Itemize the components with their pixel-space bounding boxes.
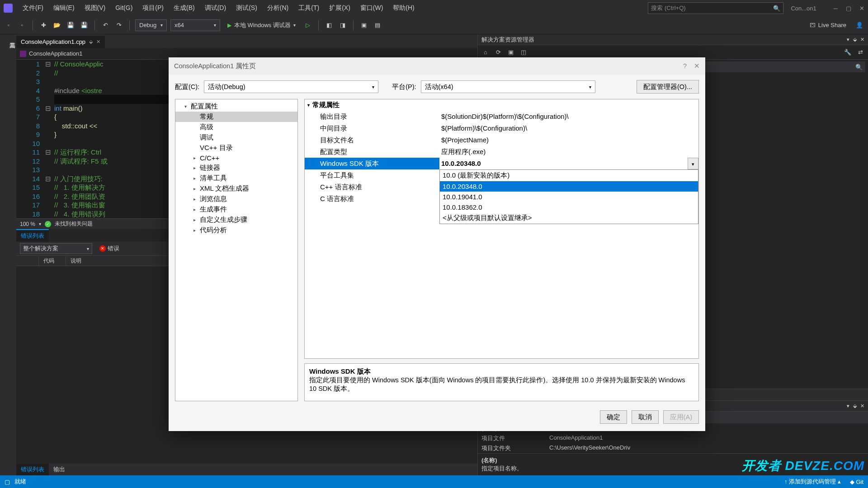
tree-node[interactable]: ▾配置属性 — [175, 101, 297, 112]
sln-wrench-icon[interactable]: 🔧 — [843, 47, 853, 57]
tb-icon-4[interactable]: ▤ — [373, 20, 382, 30]
tree-node[interactable]: VC++ 目录 — [175, 143, 297, 153]
menu-file[interactable]: 文件(F) — [18, 1, 48, 15]
zoom-level[interactable]: 100 % — [20, 221, 35, 227]
err-col-icon[interactable] — [16, 256, 39, 266]
bottom-tab-output[interactable]: 输出 — [49, 464, 70, 475]
menu-extensions[interactable]: 扩展(X) — [325, 1, 355, 15]
cancel-button[interactable]: 取消 — [632, 410, 659, 424]
property-row[interactable]: 目标文件名$(ProjectName) — [305, 134, 698, 146]
status-git[interactable]: ◆ Git — [850, 479, 863, 485]
tab-close-icon[interactable]: ✕ — [96, 39, 100, 45]
maximize-icon[interactable]: ▢ — [846, 5, 851, 12]
dropdown-option[interactable]: <从父级或项目默认设置继承> — [440, 212, 698, 224]
menu-help[interactable]: 帮助(H) — [388, 1, 419, 15]
err-col-code[interactable]: 代码 — [39, 256, 66, 266]
liveshare-button[interactable]: ⮹Live Share — [805, 22, 851, 28]
tree-node[interactable]: 高级 — [175, 122, 297, 132]
expand-icon[interactable]: ▾ — [307, 103, 310, 108]
dropdown-option[interactable]: 10.0.20348.0 — [440, 181, 698, 192]
dropdown-option[interactable]: 10.0.19041.0 — [440, 192, 698, 202]
open-icon[interactable]: 📂 — [52, 20, 62, 30]
tb-icon-2[interactable]: ◨ — [338, 20, 348, 30]
menu-edit[interactable]: 编辑(E) — [49, 1, 79, 15]
panel-dropdown-icon[interactable]: ▾ — [847, 37, 849, 42]
panel-pin-icon[interactable]: ⬙ — [853, 403, 857, 409]
save-all-icon[interactable]: 💾 — [79, 20, 89, 30]
start-without-debug-icon[interactable]: ▷ — [303, 20, 313, 30]
menu-view[interactable]: 视图(V) — [80, 1, 110, 15]
sln-showall-icon[interactable]: ◫ — [519, 47, 528, 57]
dialog-titlebar[interactable]: ConsoleApplication1 属性页 ?✕ — [169, 57, 705, 75]
tree-node[interactable]: ▸XML 文档生成器 — [175, 183, 297, 194]
watermark: 开发者 DEVZE.COM — [742, 457, 864, 474]
output-window-icon[interactable]: ▢ — [5, 479, 10, 485]
sln-collapse-icon[interactable]: ▣ — [506, 47, 516, 57]
panel-pin-icon[interactable]: ⬙ — [853, 37, 857, 42]
config-dropdown[interactable]: Debug▾ — [135, 19, 167, 31]
panel-close-icon[interactable]: ✕ — [860, 403, 864, 409]
tree-node[interactable]: ▸链接器 — [175, 163, 297, 173]
account-icon[interactable]: 👤 — [854, 20, 864, 30]
project-crumb[interactable]: ConsoleApplication1 — [29, 50, 83, 57]
minimize-icon[interactable]: ─ — [834, 5, 838, 12]
apply-button[interactable]: 应用(A) — [663, 410, 699, 424]
vs-logo-icon — [4, 4, 13, 13]
error-scope-dropdown[interactable]: 整个解决方案▾ — [20, 243, 92, 254]
side-toolbox-tab[interactable]: 工具箱 — [0, 34, 16, 475]
property-row[interactable]: 配置类型应用程序(.exe) — [305, 146, 698, 158]
status-source-control[interactable]: ↑ 添加到源代码管理 ▴ — [784, 478, 841, 486]
errors-filter-button[interactable]: ✕错误 — [97, 244, 122, 253]
desc-text: 指定此项目要使用的 Windows SDK 版本(面向 Windows 的项目需… — [309, 376, 694, 393]
platform-dropdown[interactable]: 活动(x64)▾ — [421, 80, 595, 93]
tree-node[interactable]: ▸生成事件 — [175, 204, 297, 215]
menu-window[interactable]: 窗口(W) — [356, 1, 388, 15]
help-icon[interactable]: ? — [683, 62, 687, 70]
tree-node[interactable]: 调试 — [175, 132, 297, 143]
save-icon[interactable]: 💾 — [66, 20, 75, 30]
menu-project[interactable]: 项目(P) — [138, 1, 168, 15]
dialog-close-icon[interactable]: ✕ — [694, 62, 700, 70]
tree-node[interactable]: ▸浏览信息 — [175, 194, 297, 204]
redo-icon[interactable]: ↷ — [114, 20, 124, 30]
bottom-tab-errors[interactable]: 错误列表 — [16, 464, 49, 475]
sln-refresh-icon[interactable]: ⟳ — [493, 47, 503, 57]
menu-debug[interactable]: 调试(D) — [200, 1, 231, 15]
ok-button[interactable]: 确定 — [600, 410, 627, 424]
editor-tab[interactable]: ConsoleApplication1.cpp ⬙ ✕ — [16, 36, 105, 48]
nav-back-icon[interactable]: ◦ — [4, 20, 14, 30]
pin-icon[interactable]: ⬙ — [89, 39, 93, 45]
panel-dropdown-icon[interactable]: ▾ — [847, 403, 849, 409]
menu-analyze[interactable]: 分析(N) — [263, 1, 293, 15]
tree-node[interactable]: ▸清单工具 — [175, 173, 297, 183]
tb-icon-1[interactable]: ◧ — [324, 20, 334, 30]
panel-close-icon[interactable]: ✕ — [860, 37, 864, 42]
close-icon[interactable]: ✕ — [859, 5, 864, 12]
tree-node[interactable]: 常规 — [175, 112, 297, 122]
dropdown-option[interactable]: 10.0 (最新安装的版本) — [440, 170, 698, 181]
tb-icon-3[interactable]: ▣ — [359, 20, 369, 30]
menu-tools[interactable]: 工具(T) — [294, 1, 324, 15]
tree-node[interactable]: ▸代码分析 — [175, 225, 297, 235]
config-manager-button[interactable]: 配置管理器(O)... — [637, 80, 699, 94]
dropdown-icon[interactable]: ▾ — [688, 158, 698, 169]
property-row[interactable]: 中间目录$(Platform)\$(Configuration)\ — [305, 122, 698, 134]
dropdown-option[interactable]: 10.0.18362.0 — [440, 202, 698, 212]
tree-node[interactable]: ▸C/C++ — [175, 153, 297, 163]
menu-test[interactable]: 测试(S) — [231, 1, 262, 15]
error-list-tab[interactable]: 错误列表 — [16, 229, 49, 242]
platform-dropdown[interactable]: x64▾ — [170, 19, 220, 31]
config-dropdown[interactable]: 活动(Debug)▾ — [204, 80, 378, 93]
nav-fwd-icon[interactable]: ◦ — [17, 20, 27, 30]
sln-home-icon[interactable]: ⌂ — [481, 47, 491, 57]
property-row[interactable]: Windows SDK 版本10.0.20348.0▾ — [305, 158, 698, 169]
start-debug-button[interactable]: ▶本地 Windows 调试器▾ — [224, 19, 299, 31]
sln-switch-icon[interactable]: ⇄ — [855, 47, 865, 57]
menu-git[interactable]: Git(G) — [111, 1, 137, 15]
property-row[interactable]: 输出目录$(SolutionDir)$(Platform)\$(Configur… — [305, 111, 698, 122]
tree-node[interactable]: ▸自定义生成步骤 — [175, 215, 297, 225]
menu-build[interactable]: 生成(B) — [169, 1, 199, 15]
new-project-icon[interactable]: ✚ — [38, 20, 48, 30]
undo-icon[interactable]: ↶ — [100, 20, 110, 30]
search-input[interactable]: 搜索 (Ctrl+Q) 🔍 — [648, 2, 783, 14]
